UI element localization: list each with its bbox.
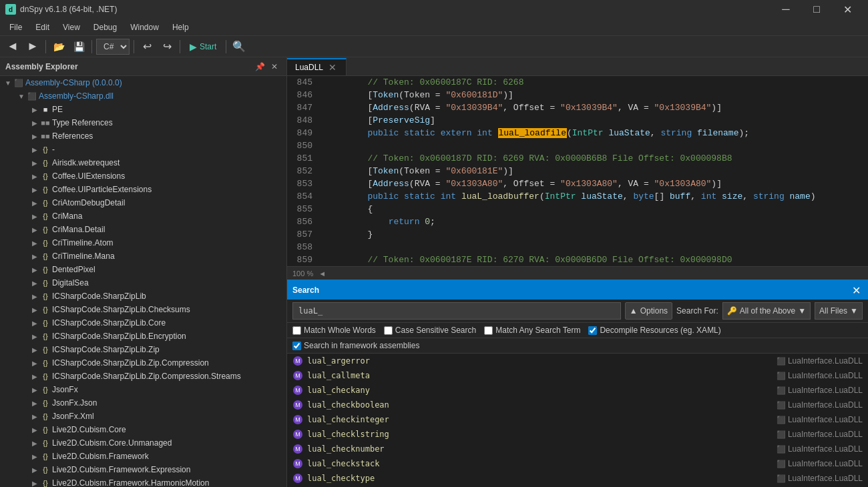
method-icon: M (293, 356, 302, 366)
list-item[interactable]: ▶ {} ICSharpCode.SharpZipLib.Checksums (0, 303, 286, 316)
list-item[interactable]: ▶ {} CriTimeline.Atom (0, 236, 286, 250)
assembly-tree[interactable]: ▼ ⬛ Assembly-CSharp (0.0.0.0) ▼ ⬛ Assemb… (0, 76, 286, 487)
list-item[interactable]: ▶ {} JsonFx.Xml (0, 410, 286, 423)
case-sensitive-checkbox[interactable]: Case Sensitive Search (384, 326, 476, 335)
search-close-button[interactable]: ✕ (849, 284, 863, 297)
list-item[interactable]: ▶ {} Airisdk.webrequest (0, 156, 286, 169)
result-item[interactable]: M lual_checknumber ⬛ LuaInterface.LuaDLL (287, 442, 868, 456)
list-item[interactable]: ▶ {} ICSharpCode.SharpZipLib.Encryption (0, 330, 286, 343)
list-item[interactable]: ▶ {} ICSharpCode.SharpZipLib.Zip.Compres… (0, 356, 286, 370)
back-button[interactable]: ◄ (4, 38, 21, 55)
list-item[interactable]: ▶ {} JsonFx.Json (0, 396, 286, 410)
list-item[interactable]: ▶ {} Live2D.Cubism.Framework.Expression (0, 463, 286, 476)
maximize-button[interactable]: □ (801, 0, 832, 19)
result-name: lual_checkany (307, 386, 773, 395)
tab-luadll[interactable]: LuaDLL ✕ (287, 58, 347, 75)
list-item[interactable]: ▶ {} Coffee.UIParticleExtensions (0, 183, 286, 196)
start-button[interactable]: ▶ Start (184, 38, 222, 55)
search-for-select[interactable]: 🔑 All of the Above ▼ (722, 302, 811, 320)
tree-references[interactable]: ▶ ■■ References (0, 129, 286, 143)
list-item[interactable]: ▶ {} Coffee.UIExtensions (0, 169, 286, 183)
result-item[interactable]: M lual_callmeta ⬛ LuaInterface.LuaDLL (287, 368, 868, 383)
result-item[interactable]: M lual_checktype ⬛ LuaInterface.LuaDLL (287, 471, 868, 486)
search-framework-input[interactable] (292, 342, 301, 350)
ns-icon: {} (40, 264, 51, 275)
list-item[interactable]: ▶ {} DigitalSea (0, 276, 286, 290)
code-editor[interactable]: 845 // Token: 0x0600187C RID: 6268 846 [… (287, 76, 868, 266)
close-button[interactable]: ✕ (832, 0, 863, 19)
menu-window[interactable]: Window (124, 20, 166, 35)
list-item[interactable]: ▶ {} Live2D.Cubism.Core (0, 423, 286, 436)
decompile-resources-input[interactable] (588, 326, 597, 335)
undo-button[interactable]: ↩ (138, 38, 156, 55)
ae-close-button[interactable]: ✕ (268, 60, 281, 73)
language-select[interactable]: C# IL (96, 39, 130, 55)
search-input[interactable] (292, 302, 621, 320)
list-item[interactable]: ▶ {} ICSharpCode.SharpZipLib.Zip.Compres… (0, 370, 286, 383)
minimize-button[interactable]: ─ (771, 0, 801, 19)
expand-icon: ▶ (29, 251, 40, 262)
result-item[interactable]: M lual_checkinteger ⬛ LuaInterface.LuaDL… (287, 412, 868, 427)
expand-icon: ▶ (29, 371, 40, 382)
ns-icon: {} (40, 331, 51, 342)
list-item[interactable]: ▶ {} JsonFx (0, 383, 286, 396)
expand-icon: ▶ (29, 424, 40, 435)
menu-edit[interactable]: Edit (29, 20, 56, 35)
search-framework-checkbox[interactable]: Search in framework assemblies (292, 341, 863, 350)
menu-view[interactable]: View (56, 20, 87, 35)
match-any-term-input[interactable] (484, 326, 493, 335)
menu-debug[interactable]: Debug (87, 20, 124, 35)
result-item[interactable]: M lual_checkstack ⬛ LuaInterface.LuaDLL (287, 456, 868, 471)
scroll-indicator: ◄ (318, 270, 326, 278)
tree-type-refs[interactable]: ▶ ■■ Type References (0, 116, 286, 129)
list-item[interactable]: ▶ {} Live2D.Cubism.Framework.HarmonicMot… (0, 476, 286, 487)
list-item[interactable]: ▶ {} DentedPixel (0, 263, 286, 276)
list-item[interactable]: ▶ {} ICSharpCode.SharpZipLib (0, 290, 286, 303)
menu-file[interactable]: File (3, 20, 29, 35)
decompile-resources-checkbox[interactable]: Decompile Resources (eg. XAML) (588, 326, 720, 335)
tab-bar: LuaDLL ✕ (287, 57, 868, 76)
result-item[interactable]: M lual_checklstring ⬛ LuaInterface.LuaDL… (287, 427, 868, 442)
result-item[interactable]: M lual_checkany ⬛ LuaInterface.LuaDLL (287, 383, 868, 398)
tree-root[interactable]: ▼ ⬛ Assembly-CSharp (0.0.0.0) (0, 76, 286, 89)
ae-pin-button[interactable]: 📌 (253, 60, 266, 73)
all-files-select[interactable]: All Files ▼ (815, 302, 863, 320)
forward-button[interactable]: ► (24, 38, 41, 55)
ns-label: CriMana (51, 211, 82, 221)
result-item[interactable]: M lual_argerror ⬛ LuaInterface.LuaDLL (287, 354, 868, 368)
tree-pe[interactable]: ▶ ■ PE (0, 103, 286, 116)
case-sensitive-input[interactable] (384, 326, 393, 335)
ns-label: DentedPixel (51, 265, 95, 274)
list-item[interactable]: ▶ {} Live2D.Cubism.Core.Unmanaged (0, 436, 286, 450)
open-button[interactable]: 📂 (50, 38, 67, 55)
list-item[interactable]: ▶ {} CriMana.Detail (0, 223, 286, 236)
expand-icon: ▶ (29, 171, 40, 181)
search-results[interactable]: M lual_argerror ⬛ LuaInterface.LuaDLL M … (287, 354, 868, 487)
redo-button[interactable]: ↪ (158, 38, 176, 55)
list-item[interactable]: ▶ {} ICSharpCode.SharpZipLib.Zip (0, 343, 286, 356)
list-item[interactable]: ▶ {} CriMana (0, 209, 286, 223)
match-whole-words-checkbox[interactable]: Match Whole Words (292, 326, 376, 335)
list-item[interactable]: ▶ {} CriAtomDebugDetail (0, 196, 286, 209)
method-icon: M (293, 415, 302, 424)
search-toolbar-button[interactable]: 🔍 (230, 38, 248, 55)
result-item[interactable]: M lual_checkboolean ⬛ LuaInterface.LuaDL… (287, 398, 868, 412)
code-content: 845 // Token: 0x0600187C RID: 6268 846 [… (287, 76, 868, 266)
search-options-button[interactable]: ▲ Options (625, 302, 672, 320)
list-item[interactable]: ▶ {} Live2D.Cubism.Framework (0, 450, 286, 463)
match-whole-words-input[interactable] (292, 326, 301, 335)
list-item[interactable]: ▶ {} - (0, 143, 286, 156)
match-any-term-checkbox[interactable]: Match Any Search Term (484, 326, 580, 335)
menu-help[interactable]: Help (166, 20, 196, 35)
list-item[interactable]: ▶ {} ICSharpCode.SharpZipLib.Core (0, 316, 286, 330)
up-arrow-icon: ▲ (630, 306, 638, 316)
assembly-explorer: Assembly Explorer 📌 ✕ ▼ ⬛ Assembly-CShar… (0, 57, 287, 487)
toolbar-separator-3 (134, 40, 134, 53)
tree-assembly-file[interactable]: ▼ ⬛ Assembly-CSharp.dll (0, 89, 286, 103)
search-framework-row: Search in framework assemblies (287, 338, 868, 354)
ns-icon: {} (40, 318, 51, 328)
save-button[interactable]: 💾 (70, 38, 87, 55)
method-icon: M (293, 474, 302, 483)
tab-close-button[interactable]: ✕ (327, 62, 338, 73)
list-item[interactable]: ▶ {} CriTimeline.Mana (0, 250, 286, 263)
